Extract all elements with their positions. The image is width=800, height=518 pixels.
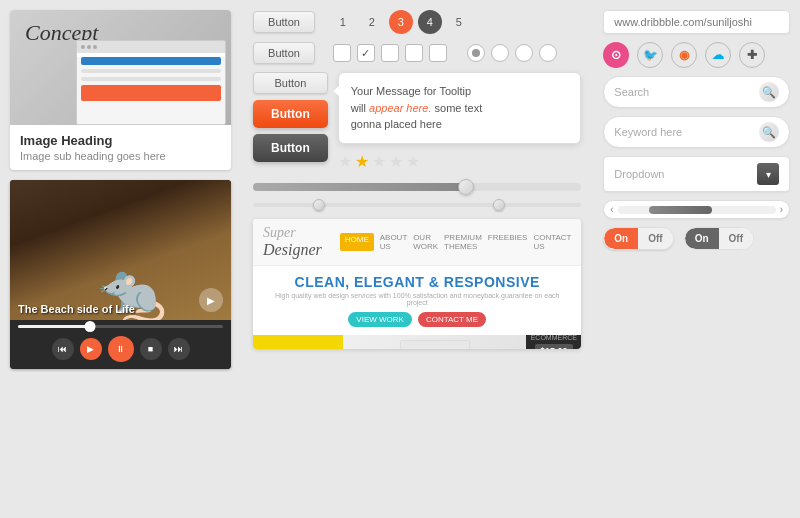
slider-thumb-left[interactable] — [313, 199, 325, 211]
star-2[interactable]: ★ — [355, 152, 369, 171]
tooltip-line1: Your Message for Tooltip — [351, 85, 471, 97]
scroll-left-arrow[interactable]: ‹ — [610, 204, 613, 215]
page-3-active[interactable]: 3 — [389, 10, 413, 34]
dribbble-icon[interactable]: ⊙ — [603, 42, 629, 68]
checkbox-row: Button ✓ — [253, 42, 581, 64]
toggle-row: On Off On Off — [603, 227, 790, 250]
inner-browser-bar — [77, 41, 225, 53]
pause-button[interactable]: ⏸ — [108, 336, 134, 362]
button-group: Button Button Button — [253, 72, 328, 162]
browser-stripe-1 — [81, 57, 221, 65]
checkbox-4[interactable] — [429, 44, 447, 62]
slider-track-1[interactable] — [253, 183, 581, 191]
checkbox-3[interactable] — [405, 44, 423, 62]
radio-2[interactable] — [491, 44, 509, 62]
hero-btn-view[interactable]: VIEW WORK — [348, 312, 412, 327]
toggle-1-on[interactable]: On — [604, 228, 638, 249]
preview-nav: HOME ABOUT US OUR WORK PREMIUM THEMES FR… — [340, 233, 572, 251]
tooltip-line4: gonna placed here — [351, 118, 442, 130]
stop-button[interactable]: ■ — [140, 338, 162, 360]
hero-title: CLEAN, ELEGANT & RESPONSIVE — [265, 274, 569, 290]
rewind-button[interactable]: ⏮ — [52, 338, 74, 360]
page-2[interactable]: 2 — [360, 10, 384, 34]
radio-3[interactable] — [515, 44, 533, 62]
video-title: The Beach side of Life — [18, 303, 135, 315]
video-play-overlay[interactable]: ▶ — [199, 288, 223, 312]
twitter-icon[interactable]: 🐦 — [637, 42, 663, 68]
preview-header: SuperDesigner HOME ABOUT US OUR WORK PRE… — [253, 219, 581, 266]
dropdown[interactable]: Dropdown ▾ — [603, 156, 790, 192]
star-1[interactable]: ★ — [338, 152, 352, 171]
toggle-1-off[interactable]: Off — [638, 228, 672, 249]
middle-panel: Button 1 2 3 4 5 Button ✓ — [241, 0, 593, 518]
checkbox-checked[interactable]: ✓ — [357, 44, 375, 62]
progress-thumb[interactable] — [84, 321, 95, 332]
preview-bottom: BONFIRE PREMIUM HTML THEME Bonfire ECOMM… — [253, 335, 581, 349]
button-orange[interactable]: Button — [253, 100, 328, 128]
tooltip-area: Your Message for Tooltip will appear her… — [338, 72, 582, 171]
play-button[interactable]: ▶ — [80, 338, 102, 360]
search-input-wrap[interactable]: Search 🔍 — [603, 76, 790, 108]
image-card-text: Image Heading Image sub heading goes her… — [10, 125, 231, 170]
progress-bar[interactable] — [18, 325, 223, 328]
nav-freebies[interactable]: FREEBIES — [488, 233, 528, 251]
keyword-input-wrap[interactable]: Keyword here 🔍 — [603, 116, 790, 148]
toggle-2-on[interactable]: On — [685, 228, 719, 249]
hero-btn-contact[interactable]: CONTACT ME — [418, 312, 486, 327]
scroll-track[interactable] — [618, 206, 776, 214]
preview-ecommerce: ECOMMERCE $15.00 BUY NOW — [526, 335, 581, 349]
button-1[interactable]: Button — [253, 11, 315, 33]
star-3[interactable]: ★ — [372, 152, 386, 171]
button-3[interactable]: Button — [253, 72, 328, 94]
dot-red — [81, 45, 85, 49]
browser-mini-bar — [401, 341, 469, 349]
radio-1[interactable] — [467, 44, 485, 62]
dropdown-arrow-icon[interactable]: ▾ — [757, 163, 779, 185]
browser-stripe-3 — [81, 77, 221, 81]
search-placeholder: Search — [614, 86, 649, 98]
nav-work[interactable]: OUR WORK — [413, 233, 438, 251]
image-heading: Image Heading — [20, 133, 221, 148]
page-1[interactable]: 1 — [331, 10, 355, 34]
pagination-row: Button 1 2 3 4 5 — [253, 10, 581, 34]
toggle-2-off[interactable]: Off — [719, 228, 753, 249]
toggle-1[interactable]: On Off — [603, 227, 673, 250]
scroll-thumb[interactable] — [649, 206, 712, 214]
dot-green — [93, 45, 97, 49]
nav-about[interactable]: ABOUT US — [380, 233, 407, 251]
left-panel: Concept Image Heading — [0, 0, 241, 518]
page-4-dark[interactable]: 4 — [418, 10, 442, 34]
nav-themes[interactable]: PREMIUM THEMES — [444, 233, 482, 251]
forward-button[interactable]: ⏭ — [168, 338, 190, 360]
checkbox-2[interactable] — [381, 44, 399, 62]
preview-logo: SuperDesigner — [263, 225, 322, 259]
nav-home[interactable]: HOME — [340, 233, 374, 251]
star-4[interactable]: ★ — [389, 152, 403, 171]
rss-icon[interactable]: ◉ — [671, 42, 697, 68]
scroll-right-arrow[interactable]: › — [780, 204, 783, 215]
keyword-placeholder: Keyword here — [614, 126, 682, 138]
image-card: Concept Image Heading — [10, 10, 231, 170]
page-5[interactable]: 5 — [447, 10, 471, 34]
url-bar[interactable]: www.dribbble.com/suniljoshi — [603, 10, 790, 34]
hero-buttons: VIEW WORK CONTACT ME — [265, 312, 569, 327]
checkbox-unchecked[interactable] — [333, 44, 351, 62]
progress-fill — [18, 325, 90, 328]
slider-thumb-1[interactable] — [458, 179, 474, 195]
nav-contact[interactable]: CONTACT US — [533, 233, 571, 251]
tooltip-appear: appear here. — [369, 102, 431, 114]
slider-thumb-right[interactable] — [493, 199, 505, 211]
button-2[interactable]: Button — [253, 42, 315, 64]
preview-browser-img: Bonfire — [343, 335, 526, 349]
button-dark[interactable]: Button — [253, 134, 328, 162]
skype-icon[interactable]: ☁ — [705, 42, 731, 68]
slider-track-2[interactable] — [253, 203, 581, 207]
star-5[interactable]: ★ — [406, 152, 420, 171]
radio-4[interactable] — [539, 44, 557, 62]
keyword-search-icon[interactable]: 🔍 — [759, 122, 779, 142]
plus-icon[interactable]: ✚ — [739, 42, 765, 68]
toggle-2[interactable]: On Off — [684, 227, 754, 250]
slider-section-2 — [253, 203, 581, 207]
search-icon[interactable]: 🔍 — [759, 82, 779, 102]
hero-sub: High quality web design services with 10… — [265, 292, 569, 306]
